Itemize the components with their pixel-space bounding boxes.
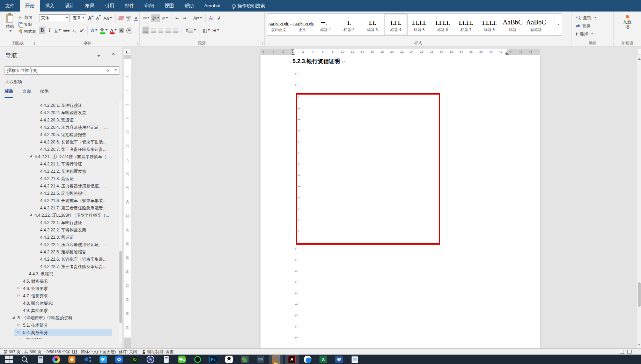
tree-item[interactable]: 4.4.2.20.7. 第三者责任险及承运责...	[0, 146, 123, 153]
select-button[interactable]: 选择	[576, 30, 593, 37]
addins-button[interactable]: 加载项	[622, 15, 632, 30]
red-border-placeholder-box[interactable]	[296, 93, 440, 245]
taskbar-start[interactable]	[2, 355, 16, 364]
collapsed-triangle-icon[interactable]: ▷	[17, 330, 20, 334]
language-indicator[interactable]: 简体中文(中国大陆)	[81, 349, 116, 355]
styles-dialog-launcher[interactable]	[567, 42, 570, 45]
ribbon-tab-9[interactable]: 视图	[159, 0, 179, 12]
search-options-dropdown-icon[interactable]	[115, 69, 117, 72]
taskbar-printer[interactable]	[159, 355, 173, 364]
line-spacing-button[interactable]: ⇕	[184, 27, 197, 34]
enclose-characters-button[interactable]: 字	[126, 27, 133, 34]
taskbar-app-dots[interactable]	[81, 355, 95, 364]
tell-me-search[interactable]: 操作说明搜索	[232, 0, 265, 12]
taskbar-app-xin[interactable]: xin	[253, 355, 267, 364]
taskbar-screenshot[interactable]	[65, 355, 79, 364]
styles-more-button[interactable]	[554, 14, 562, 35]
taskbar-photoshop[interactable]: Ps	[206, 355, 220, 364]
taskbar-sync[interactable]: ↻	[128, 355, 142, 364]
taskbar-app-badge[interactable]: %	[143, 355, 157, 364]
numbering-button[interactable]: 1≡	[151, 14, 160, 22]
document-page[interactable]: ▪ 5.2.3.银行资信证明 ↵ ↵↵↵↵↵↵↵↵↵↵↵↵↵↵↵↵↵↵↵↵↵↵↵…	[260, 55, 540, 348]
justify-button[interactable]	[165, 27, 171, 34]
increase-indent-button[interactable]: ⇥	[181, 14, 187, 22]
text-effects-button[interactable]: A	[90, 27, 98, 34]
nav-tab-1[interactable]: 标题	[5, 88, 13, 98]
style-cell-9[interactable]: 1.1.1.1.标题 7	[454, 14, 478, 35]
ribbon-tab-5[interactable]: 布局	[80, 0, 100, 12]
tree-item[interactable]: 4.8. 联合体要求:	[0, 299, 123, 307]
ribbon-tab-4[interactable]: 设计	[60, 0, 80, 12]
tree-item[interactable]: ◢5. 《详细评审》中响应的资料	[0, 314, 123, 321]
tab-stop-selector[interactable]	[124, 49, 131, 55]
navigation-close-button[interactable]: ×	[112, 51, 115, 58]
collapsed-triangle-icon[interactable]: ▷	[17, 294, 20, 297]
taskbar-word[interactable]: W	[332, 355, 346, 364]
phonetic-guide-button[interactable]: wén文	[125, 14, 132, 22]
tree-item[interactable]: 4.4.2.21.2. 车辆购置发票	[0, 168, 123, 175]
accessibility-status[interactable]: 辅助功能: 调查	[147, 349, 174, 355]
clipboard-dialog-launcher[interactable]	[32, 42, 35, 45]
tree-item[interactable]: 4.4.2.22.3. 营运证	[0, 233, 123, 241]
ribbon-tab-6[interactable]: 引用	[100, 0, 119, 12]
tree-item[interactable]: ◢4.4.2.22. 辽LL388挂（重型半挂撬车（...	[0, 211, 123, 219]
navigation-scrollbar[interactable]	[119, 102, 122, 342]
taskbar-search[interactable]	[18, 355, 32, 364]
font-color-button[interactable]: A	[109, 27, 117, 34]
navigation-scroll-thumb[interactable]	[119, 251, 122, 323]
change-case-button[interactable]: Aa	[103, 14, 113, 22]
shading-button[interactable]: ◧	[202, 27, 211, 34]
page-indicator[interactable]: 第 397 页，共 399 页	[3, 349, 42, 355]
align-left-button[interactable]	[142, 27, 149, 34]
taskbar-tim[interactable]	[96, 355, 110, 364]
vertical-ruler[interactable]: 2468101214161820222426283032343638	[124, 55, 131, 348]
font-size-combo[interactable]: 五号	[71, 14, 86, 22]
taskbar-app-green[interactable]	[191, 355, 205, 364]
tree-item[interactable]: 4.4.2.21.1. 车辆行驶证	[0, 160, 123, 168]
style-cell-7[interactable]: 1.1.1.1.标题 5	[407, 14, 431, 35]
taskbar-qq[interactable]	[222, 355, 236, 364]
ribbon-tab-7[interactable]: 邮件	[119, 0, 139, 12]
nav-tab-3[interactable]: 结果	[40, 88, 49, 98]
bold-button[interactable]: B	[39, 27, 45, 34]
tree-item[interactable]: 4.4.2.21.4. 压力容器使用登记证、 ...	[0, 182, 123, 190]
tree-item[interactable]: 4.4.2.21.3. 营运证	[0, 175, 123, 182]
style-cell-11[interactable]: AaBbC标题	[501, 14, 524, 35]
copy-button[interactable]: 复制	[18, 22, 36, 28]
word-count[interactable]: 0/56188 个字	[46, 349, 70, 355]
tree-item[interactable]: 4.9. 其他要求	[0, 307, 123, 314]
show-marks-button[interactable]: ↲	[215, 14, 222, 22]
tree-item[interactable]: 4.4.3. 承诺书	[0, 270, 123, 277]
align-center-button[interactable]	[150, 27, 156, 34]
subscript-button[interactable]: x₂	[71, 27, 78, 34]
nav-tab-2[interactable]: 页面	[22, 88, 31, 98]
tree-item[interactable]: 4.4.2.21.5. 定期检验报告	[0, 190, 123, 197]
tree-item[interactable]: 4.4.2.20.6. 长管拖车（管束车集装...	[0, 138, 123, 146]
taskbar-acrobat[interactable]: A	[285, 355, 299, 364]
tree-item[interactable]: 4.4.2.22.4. 压力容器使用登记证、 ...	[0, 241, 123, 248]
tree-item[interactable]: 4.4.2.22.7. 第三者责任险及承运责...	[0, 263, 123, 270]
document-scrollbar[interactable]	[637, 49, 641, 348]
font-dialog-launcher[interactable]	[135, 42, 138, 45]
style-cell-6[interactable]: 1.1.1.标题 4	[384, 14, 407, 35]
cut-button[interactable]: ✂剪切	[18, 15, 36, 21]
find-button[interactable]: 查找	[576, 14, 596, 21]
style-cell-12[interactable]: AaBbC副标题	[524, 14, 548, 35]
track-changes-indicator[interactable]: 修订: 关闭	[119, 349, 137, 355]
taskbar-app-quark[interactable]	[301, 355, 315, 364]
character-border-button[interactable]: A	[133, 14, 139, 22]
replace-button[interactable]: ab替换	[576, 22, 591, 29]
tree-item[interactable]: 4.4.2.22.5. 定期检验报告	[0, 248, 123, 255]
hanging-indent-marker[interactable]	[291, 50, 294, 53]
distribute-button[interactable]	[172, 27, 179, 34]
tree-item[interactable]: ▷4.7. 信誉要求	[0, 292, 123, 299]
ribbon-tab-8[interactable]: 审阅	[139, 0, 159, 12]
style-cell-10[interactable]: 1.1.1.1.标题 8	[478, 14, 501, 35]
style-cell-1[interactable]: AaBbCcDdE表内正文	[267, 14, 290, 35]
scroll-up-icon[interactable]	[638, 57, 641, 60]
navigation-search-input[interactable]: 投标人自律守则 ×	[5, 66, 119, 75]
clear-formatting-button[interactable]	[118, 14, 124, 22]
format-painter-button[interactable]: 格式刷	[18, 29, 36, 35]
borders-button[interactable]: ⊞	[212, 27, 220, 34]
grow-font-button[interactable]: A	[87, 14, 94, 22]
